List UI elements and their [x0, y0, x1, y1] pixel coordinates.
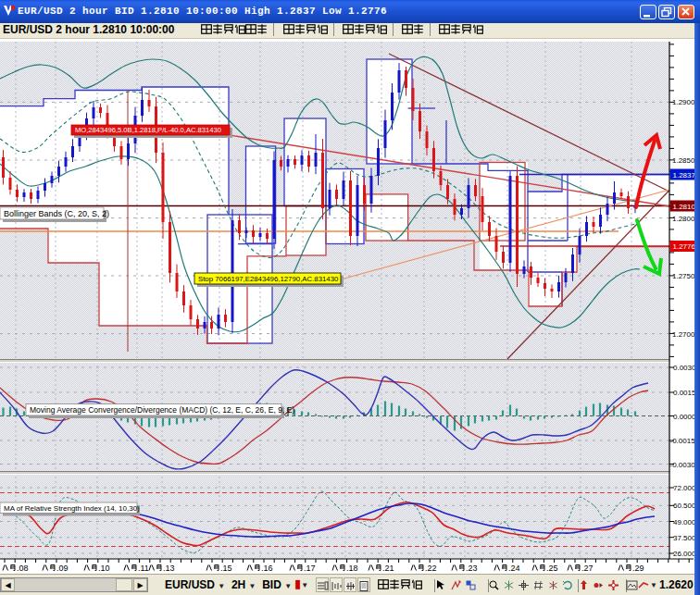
- svg-text:0.0015: 0.0015: [673, 389, 696, 397]
- svg-text:1.2850: 1.2850: [672, 156, 695, 165]
- svg-text:.13: .13: [163, 564, 175, 573]
- svg-text:.11: .11: [138, 564, 149, 573]
- svg-text:1.2750: 1.2750: [672, 272, 695, 280]
- svg-text:49.000: 49.000: [673, 518, 696, 527]
- svg-text:.08: .08: [17, 564, 29, 573]
- svg-text:MA of Relative Strength Index: MA of Relative Strength Index (14, 10,30…: [4, 504, 140, 513]
- svg-text:.24: .24: [508, 564, 520, 573]
- svg-text:Moving Average Convergence/Div: Moving Average Convergence/Divergence (M…: [30, 405, 294, 415]
- svg-text:1.2700: 1.2700: [672, 330, 695, 339]
- svg-text:.22: .22: [425, 564, 437, 573]
- svg-text:-0.0030: -0.0030: [670, 461, 696, 469]
- svg-text:1.2800: 1.2800: [672, 215, 695, 223]
- svg-text:1.2776: 1.2776: [673, 242, 696, 251]
- svg-text:.17: .17: [304, 564, 316, 573]
- svg-text:Bollinger Bands (C, 20, S, 2): Bollinger Bands (C, 20, S, 2): [4, 209, 109, 218]
- svg-text:.18: .18: [346, 564, 358, 573]
- svg-text:.27: .27: [581, 564, 594, 573]
- svg-text:72.000: 72.000: [673, 484, 696, 492]
- svg-text:.25: .25: [546, 564, 558, 573]
- svg-text:.15: .15: [220, 564, 232, 573]
- svg-text:-0.0015: -0.0015: [670, 437, 696, 445]
- svg-text:.21: .21: [382, 564, 394, 573]
- svg-text:.16: .16: [261, 564, 273, 573]
- svg-text:.09: .09: [56, 564, 69, 573]
- svg-text:.10: .10: [98, 564, 110, 573]
- svg-text:37.500: 37.500: [673, 534, 696, 542]
- svg-text:0.0000: 0.0000: [673, 413, 696, 421]
- svg-text:.29: .29: [632, 564, 644, 573]
- svg-text:1.2837: 1.2837: [673, 171, 696, 180]
- svg-text:26.000: 26.000: [673, 550, 696, 558]
- svg-text:0.0030: 0.0030: [673, 364, 696, 372]
- svg-text:1.2810: 1.2810: [673, 203, 696, 211]
- svg-text:60.500: 60.500: [673, 502, 696, 510]
- svg-text:Stop 7066197,E2843496,12790,AC: Stop 7066197,E2843496,12790,AC.831430: [198, 275, 339, 283]
- svg-text:.23: .23: [466, 564, 478, 573]
- svg-text:MO,2843496,5.0B,1.2818,P/L-40.: MO,2843496,5.0B,1.2818,P/L-40.0,AC.83143…: [75, 126, 221, 134]
- svg-text:1.2900: 1.2900: [672, 98, 695, 106]
